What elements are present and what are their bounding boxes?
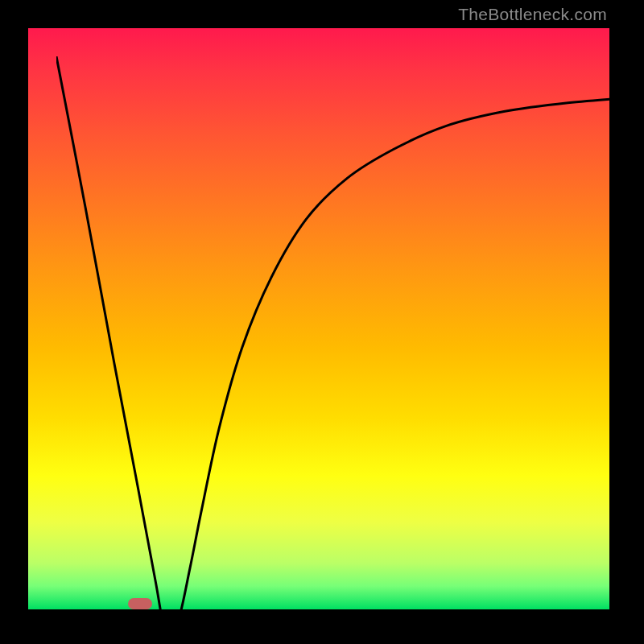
chart-container: TheBottleneck.com [0, 0, 644, 644]
watermark-text: TheBottleneck.com [458, 5, 607, 24]
frame-left [0, 0, 28, 644]
frame-bottom [0, 609, 644, 644]
bottleneck-curve [56, 56, 638, 638]
frame-right [609, 0, 644, 644]
plot-area [28, 28, 609, 609]
optimal-marker [128, 598, 152, 609]
